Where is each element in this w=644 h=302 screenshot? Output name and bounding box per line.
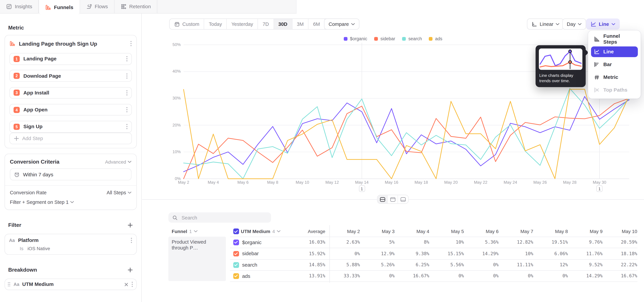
view-toggle-table-only[interactable]	[398, 195, 408, 203]
menu-item-line[interactable]: Line	[591, 46, 638, 57]
advanced-dropdown[interactable]: Advanced	[105, 159, 132, 164]
step-kebab-icon[interactable]	[126, 90, 128, 96]
conversion-criteria-heading: Conversion Criteria	[10, 159, 59, 165]
column-header-date[interactable]: May 5	[429, 225, 464, 238]
funnel-step-sign-up[interactable]: 5Sign Up	[10, 121, 132, 132]
legend-item-search[interactable]: search	[402, 36, 422, 41]
column-header-date[interactable]: May 3	[360, 225, 394, 238]
tab-flows[interactable]: Flows	[80, 0, 114, 13]
average-value: 16.03%	[292, 236, 325, 248]
step-kebab-icon[interactable]	[126, 107, 128, 112]
step-kebab-icon[interactable]	[126, 56, 128, 62]
table-row-series-ads[interactable]: ads	[230, 270, 292, 282]
all-steps-dropdown[interactable]: All Steps	[107, 190, 132, 196]
view-toggle-split[interactable]	[378, 195, 388, 203]
funnel-name-cell[interactable]: Product Viewed through P…	[168, 236, 226, 281]
range-yesterday[interactable]: Yesterday	[227, 19, 258, 29]
column-header-date[interactable]: May 6	[464, 225, 498, 238]
insights-icon	[6, 4, 12, 10]
table-value: 5.36%	[464, 236, 498, 248]
menu-item-metric[interactable]: Metric	[591, 72, 638, 83]
table-row-series-sidebar[interactable]: sidebar	[230, 248, 292, 259]
step-label: Landing Page	[24, 56, 126, 62]
funnel-kebab-icon[interactable]	[130, 40, 132, 46]
legend-item-ads[interactable]: ads	[429, 36, 442, 41]
breakdown-kebab-icon[interactable]	[132, 282, 133, 287]
compare-button[interactable]: Compare	[324, 18, 360, 30]
series-checkbox[interactable]	[233, 240, 239, 245]
legend-item-organic[interactable]: $organic	[344, 36, 367, 41]
annotation-badge[interactable]: 1	[359, 185, 365, 192]
x-axis-label: May 8	[260, 180, 285, 184]
range-today[interactable]: Today	[204, 19, 227, 29]
add-filter-icon[interactable]	[127, 222, 133, 228]
step-kebab-icon[interactable]	[126, 73, 128, 79]
column-header-date[interactable]: May 9	[568, 225, 602, 238]
column-header-date[interactable]: May 10	[602, 225, 637, 238]
view-toggle-chart-only[interactable]	[388, 195, 398, 203]
tab-label: Flows	[95, 4, 108, 10]
step-kebab-icon[interactable]	[126, 124, 128, 130]
series-checkbox[interactable]	[233, 262, 239, 268]
range-label: 30D	[278, 21, 288, 27]
menu-item-funnel-steps[interactable]: Funnel Steps	[591, 34, 638, 44]
table-value: 0%	[429, 270, 464, 282]
range-6m[interactable]: 6M	[308, 19, 325, 29]
filter-section-heading: Filter	[8, 222, 133, 228]
table-search[interactable]	[168, 212, 271, 223]
menu-item-bar[interactable]: Bar	[591, 59, 638, 70]
retention-icon	[120, 4, 126, 10]
column-header-funnel[interactable]: Funnel1	[168, 225, 230, 238]
table-value: 8%	[394, 236, 429, 248]
chevron-down-icon	[578, 23, 582, 25]
table-value: 10%	[498, 248, 533, 259]
tab-retention[interactable]: Retention	[114, 0, 157, 13]
series-checkbox[interactable]	[233, 251, 239, 256]
funnel-step-app-open[interactable]: 4App Open	[10, 104, 132, 116]
column-header-date[interactable]: May 8	[533, 225, 568, 238]
legend-item-sidebar[interactable]: sidebar	[374, 36, 395, 41]
table-value: 12.9%	[360, 248, 394, 259]
table-value: 0%	[325, 248, 360, 259]
column-header-date[interactable]: May 7	[498, 225, 533, 238]
column-header-date[interactable]: May 4	[394, 225, 429, 238]
drag-handle-icon[interactable]	[8, 282, 11, 287]
line-icon	[594, 49, 600, 54]
column-header-average[interactable]: Average	[292, 225, 325, 238]
filter-segment-row[interactable]: Filter + Segment on Step 1	[10, 199, 132, 205]
filter-condition-row[interactable]: Is iOS Native	[20, 246, 132, 251]
table-row-series-search[interactable]: search	[230, 259, 292, 270]
annotation-badge[interactable]: 1	[596, 185, 602, 192]
legend-swatch	[429, 37, 432, 40]
range-custom[interactable]: Custom	[170, 19, 204, 29]
table-row-series-organic[interactable]: $organic	[230, 236, 292, 248]
range-3m[interactable]: 3M	[292, 19, 308, 29]
metric-icon	[594, 74, 600, 80]
column-header-date[interactable]: May 2	[325, 225, 360, 238]
tab-funnels[interactable]: Funnels	[39, 0, 80, 14]
range-30d[interactable]: 30D	[274, 19, 292, 29]
x-axis-label: May 24	[498, 180, 523, 184]
funnel-card-header[interactable]: Landing Page through Sign Up	[10, 40, 132, 48]
funnel-step-app-install[interactable]: 3App Install	[10, 87, 132, 99]
add-breakdown-icon[interactable]	[127, 267, 133, 273]
average-value: 15.92%	[292, 248, 325, 259]
search-input[interactable]	[181, 214, 263, 221]
funnel-step-download-page[interactable]: 2Download Page	[10, 70, 132, 82]
filter-value: iOS Native	[28, 246, 50, 251]
select-all-checkbox[interactable]	[233, 228, 239, 234]
filter-property-row[interactable]: Aa Platform	[9, 238, 132, 243]
filter-kebab-icon[interactable]	[131, 238, 132, 243]
column-header-breakdown[interactable]: UTM Medium4	[230, 225, 292, 238]
chart-type-button[interactable]: Line	[586, 18, 620, 30]
breakdown-card[interactable]: Aa UTM Medium	[4, 279, 137, 290]
scale-button[interactable]: Linear	[527, 18, 564, 30]
interval-button[interactable]: Day	[562, 18, 586, 30]
funnel-step-landing-page[interactable]: 1Landing Page	[10, 53, 132, 65]
add-step-button[interactable]: Add Step	[10, 132, 132, 144]
series-checkbox[interactable]	[233, 273, 239, 279]
tab-insights[interactable]: Insights	[0, 0, 39, 13]
range-7d[interactable]: 7D	[258, 19, 274, 29]
conversion-window-button[interactable]: Within 7 days	[10, 168, 132, 180]
remove-breakdown-icon[interactable]	[124, 282, 129, 287]
